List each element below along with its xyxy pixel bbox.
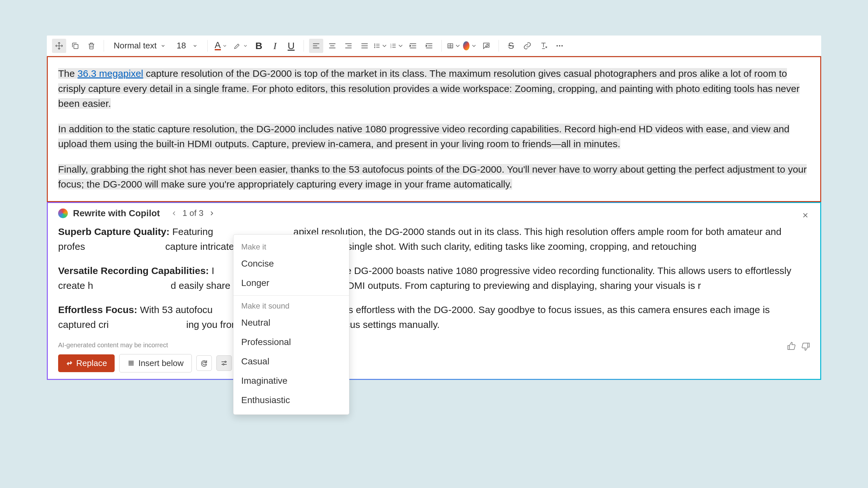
tone-casual[interactable]: Casual: [234, 352, 349, 371]
copy-icon[interactable]: [68, 39, 82, 53]
svg-point-9: [559, 45, 560, 46]
bullet-list-button[interactable]: [374, 39, 388, 53]
copilot-header: Rewrite with Copilot 1 of 3: [58, 208, 810, 219]
font-color-icon: A: [215, 41, 221, 51]
sliders-icon: [220, 359, 228, 367]
tone-divider: [234, 295, 349, 296]
separator: [499, 40, 499, 52]
separator: [104, 40, 104, 52]
more-button[interactable]: [553, 39, 567, 53]
feedback-row: [786, 341, 810, 351]
copilot-button[interactable]: [463, 39, 477, 53]
thumbs-up-button[interactable]: [786, 341, 796, 351]
prev-suggestion-button[interactable]: [169, 208, 179, 219]
next-suggestion-button[interactable]: [207, 208, 217, 219]
tone-imaginative[interactable]: Imaginative: [234, 371, 349, 391]
copilot-panel: Rewrite with Copilot 1 of 3 Superb Captu…: [47, 202, 821, 380]
svg-point-10: [561, 45, 562, 46]
separator: [441, 40, 442, 52]
tone-enthusiastic[interactable]: Enthusiastic: [234, 391, 349, 410]
chevron-down-icon: [160, 43, 166, 48]
thumbs-up-icon: [786, 341, 796, 351]
insert-below-icon: [127, 359, 135, 367]
close-button[interactable]: [800, 209, 811, 221]
suggestion-counter: 1 of 3: [182, 208, 204, 218]
separator: [207, 40, 208, 52]
outdent-button[interactable]: [406, 39, 420, 53]
refresh-icon: [200, 359, 208, 367]
copilot-icon: [463, 41, 470, 51]
italic-button[interactable]: I: [268, 39, 282, 53]
copilot-logo-icon: [58, 208, 68, 218]
align-justify-button[interactable]: [358, 39, 372, 53]
app-window: Normal text 18 A B I U: [47, 35, 821, 380]
suggestion-p3: Effortless Focus: With 53 autofocuxxxxxx…: [58, 302, 810, 332]
chevron-right-icon: [208, 210, 215, 217]
paragraph-2: In addition to the static capture resolu…: [58, 122, 810, 152]
insert-below-button[interactable]: Insert below: [119, 354, 191, 372]
chevron-down-icon: [192, 43, 197, 48]
thumbs-down-icon: [801, 341, 810, 351]
tone-professional[interactable]: Professional: [234, 332, 349, 352]
svg-point-1: [374, 43, 375, 44]
tone-longer[interactable]: Longer: [234, 273, 349, 293]
svg-text:3: 3: [390, 46, 392, 48]
align-left-button[interactable]: [309, 39, 323, 53]
svg-point-8: [556, 45, 558, 46]
tone-concise[interactable]: Concise: [234, 254, 349, 273]
separator: [304, 40, 304, 52]
link-button[interactable]: [520, 39, 534, 53]
paragraph-3: Finally, grabbing the right shot has nev…: [58, 162, 810, 192]
font-size-value: 18: [177, 41, 186, 51]
underline-button[interactable]: U: [284, 39, 299, 53]
svg-point-12: [223, 364, 224, 365]
copilot-suggestion-body: Superb Capture Quality: Featuring xxxxxx…: [58, 224, 810, 332]
tone-menu: Make it Concise Longer Make it sound Neu…: [233, 234, 349, 415]
font-color-button[interactable]: A: [213, 41, 229, 51]
close-icon: [802, 212, 809, 219]
svg-point-11: [225, 361, 226, 362]
svg-rect-0: [74, 44, 78, 48]
strikethrough-button[interactable]: S: [504, 39, 518, 53]
paragraph-1: The 36.3 megapixel capture resolution of…: [58, 66, 810, 111]
table-button[interactable]: [447, 39, 461, 53]
megapixel-link[interactable]: 36.3 megapixel: [78, 68, 143, 79]
chevron-down-icon: [222, 43, 227, 48]
copilot-footer: Replace Insert below: [58, 354, 810, 372]
tone-section-make-it-sound: Make it sound: [234, 298, 349, 313]
replace-button[interactable]: Replace: [58, 354, 115, 372]
tone-section-make-it: Make it: [234, 239, 349, 254]
comment-button[interactable]: [479, 39, 493, 53]
adjust-tone-button[interactable]: [216, 355, 232, 371]
svg-point-3: [374, 47, 375, 48]
ai-disclaimer: AI-generated content may be incorrect: [58, 341, 810, 349]
align-right-button[interactable]: [341, 39, 355, 53]
chevron-left-icon: [170, 210, 178, 217]
regenerate-button[interactable]: [196, 355, 212, 371]
toolbar: Normal text 18 A B I U: [47, 35, 821, 56]
numbered-list-button[interactable]: 123: [390, 39, 404, 53]
move-icon[interactable]: [52, 39, 66, 53]
thumbs-down-button[interactable]: [801, 341, 810, 351]
chevron-down-icon: [243, 43, 248, 48]
chevron-down-icon: [397, 42, 404, 50]
font-size-select[interactable]: 18: [172, 41, 202, 51]
chevron-down-icon: [381, 42, 388, 50]
indent-button[interactable]: [422, 39, 436, 53]
replace-icon: [66, 360, 73, 367]
chevron-down-icon: [454, 42, 461, 50]
suggestion-nav: 1 of 3: [169, 208, 217, 219]
highlighter-icon: [233, 42, 242, 50]
tone-neutral[interactable]: Neutral: [234, 313, 349, 332]
align-center-button[interactable]: [325, 39, 339, 53]
highlight-button[interactable]: [231, 42, 250, 50]
chevron-down-icon: [471, 42, 477, 50]
bold-button[interactable]: B: [252, 39, 266, 53]
copilot-title: Rewrite with Copilot: [73, 208, 160, 219]
text-style-label: Normal text: [114, 41, 157, 51]
document-content[interactable]: The 36.3 megapixel capture resolution of…: [47, 56, 821, 202]
delete-icon[interactable]: [84, 39, 98, 53]
text-style-select[interactable]: Normal text: [109, 41, 170, 51]
clear-format-button[interactable]: [536, 39, 551, 53]
svg-point-2: [374, 45, 375, 46]
